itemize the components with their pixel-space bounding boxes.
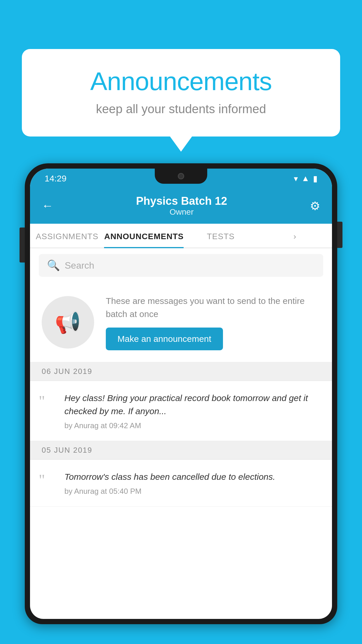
battery-icon: ▮ [313,174,317,183]
quote-icon-2: " [39,473,56,488]
announcement-promo: 📢 These are messages you want to send to… [30,283,332,362]
phone-container: 14:29 ▾ ▲ ▮ ← Physics Batch 12 Owner ⚙ [25,163,337,644]
status-icons: ▾ ▲ ▮ [294,174,317,183]
camera-dot [178,173,184,179]
date-separator-2: 05 JUN 2019 [30,441,332,460]
status-time: 14:29 [45,174,66,183]
announcement-text-1: Hey class! Bring your practical record b… [64,391,320,418]
status-bar: 14:29 ▾ ▲ ▮ [30,169,332,188]
app-header: ← Physics Batch 12 Owner ⚙ [30,188,332,224]
speech-bubble: Announcements keep all your students inf… [22,49,340,136]
header-title: Physics Batch 12 [136,195,227,207]
make-announcement-button[interactable]: Make an announcement [106,328,223,350]
promo-icon-circle: 📢 [42,296,94,349]
quote-icon-1: " [39,394,56,409]
announcement-meta-1: by Anurag at 09:42 AM [64,421,320,430]
phone-screen: 14:29 ▾ ▲ ▮ ← Physics Batch 12 Owner ⚙ [30,169,332,619]
announcement-meta-2: by Anurag at 05:40 PM [64,487,320,496]
phone-outer: 14:29 ▾ ▲ ▮ ← Physics Batch 12 Owner ⚙ [25,163,337,624]
bubble-title: Announcements [45,66,317,96]
promo-description: These are messages you want to send to t… [106,294,320,321]
tab-assignments[interactable]: ASSIGNMENTS [30,224,104,248]
announcement-item-1[interactable]: " Hey class! Bring your practical record… [30,381,332,441]
tab-announcements[interactable]: ANNOUNCEMENTS [104,224,184,248]
speech-bubble-container: Announcements keep all your students inf… [22,49,340,136]
tabs-container: ASSIGNMENTS ANNOUNCEMENTS TESTS › [30,224,332,248]
search-placeholder: Search [65,260,94,271]
bubble-subtitle: keep all your students informed [45,102,317,116]
header-center: Physics Batch 12 Owner [136,195,227,217]
header-subtitle: Owner [136,207,227,217]
gear-icon[interactable]: ⚙ [310,199,320,213]
promo-content: These are messages you want to send to t… [106,294,320,350]
tab-tests[interactable]: TESTS [184,224,258,248]
search-container: 🔍 Search [30,248,332,283]
announcement-content-1: Hey class! Bring your practical record b… [64,391,320,430]
search-icon: 🔍 [47,259,60,272]
announcement-text-2: Tomorrow's class has been cancelled due … [64,470,320,483]
date-separator-1: 06 JUN 2019 [30,362,332,381]
back-button[interactable]: ← [42,199,53,212]
signal-icon: ▲ [301,174,310,183]
megaphone-icon: 📢 [55,310,81,335]
tab-more[interactable]: › [258,224,332,248]
wifi-icon: ▾ [294,174,298,183]
search-bar[interactable]: 🔍 Search [39,254,323,277]
notch [155,169,207,184]
announcement-item-2[interactable]: " Tomorrow's class has been cancelled du… [30,460,332,507]
announcement-content-2: Tomorrow's class has been cancelled due … [64,470,320,496]
